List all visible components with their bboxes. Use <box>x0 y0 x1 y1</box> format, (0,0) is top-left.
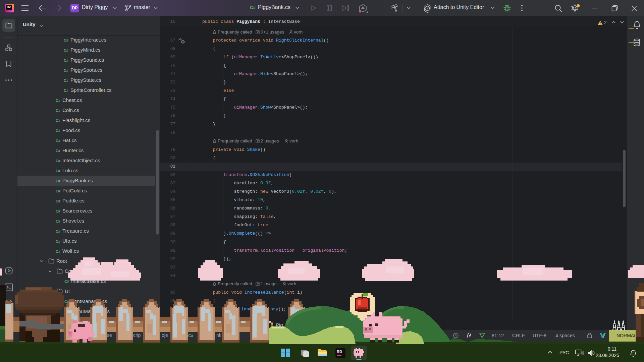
svg-text:z: z <box>632 351 634 354</box>
